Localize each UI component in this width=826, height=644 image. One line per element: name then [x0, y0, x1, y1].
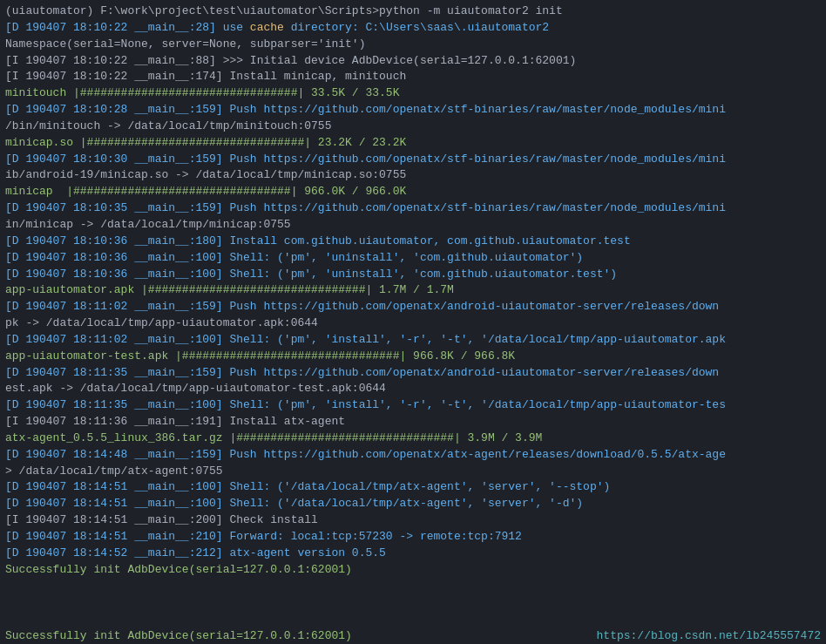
terminal-line: [D 190407 18:14:51 __main__:100] Shell: …	[5, 479, 821, 496]
terminal-line: [D 190407 18:14:48 __main__:159] Push ht…	[5, 447, 821, 464]
terminal-line: [D 190407 18:11:02 __main__:100] Shell: …	[5, 332, 821, 349]
terminal-line: minicap.so |############################…	[5, 135, 821, 152]
terminal-line: pk -> /data/local/tmp/app-uiautomator.ap…	[5, 315, 821, 332]
terminal-line: /bin/minitouch -> /data/local/tmp/minito…	[5, 119, 821, 135]
success-status: Successfully init AdbDevice(serial=127.0…	[5, 629, 352, 642]
terminal-line: [D 190407 18:10:22 __main__:28] use cach…	[5, 20, 821, 37]
terminal-line: minicap |###############################…	[5, 184, 821, 200]
terminal-line: [D 190407 18:11:35 __main__:100] Shell: …	[5, 397, 821, 414]
bottom-bar: Successfully init AdbDevice(serial=127.0…	[0, 627, 826, 644]
terminal-line: [D 190407 18:10:28 __main__:159] Push ht…	[5, 102, 821, 119]
terminal-line: [I 190407 18:10:22 __main__:174] Install…	[5, 69, 821, 85]
terminal-window: (uiautomator) F:\work\project\test\uiaut…	[0, 0, 826, 644]
terminal-line: [D 190407 18:11:35 __main__:159] Push ht…	[5, 365, 821, 382]
terminal-line: [D 190407 18:11:02 __main__:159] Push ht…	[5, 299, 821, 315]
terminal-line: > /data/local/tmp/atx-agent:0755	[5, 464, 821, 480]
terminal-line: [D 190407 18:10:36 __main__:180] Install…	[5, 234, 821, 250]
terminal-line: [D 190407 18:10:36 __main__:100] Shell: …	[5, 250, 821, 267]
terminal-line: [D 190407 18:10:36 __main__:100] Shell: …	[5, 267, 821, 283]
terminal-line: (uiautomator) F:\work\project\test\uiaut…	[5, 3, 821, 20]
terminal-line: [I 190407 18:11:36 __main__:191] Install…	[5, 414, 821, 430]
terminal-line: minitouch |#############################…	[5, 85, 821, 102]
terminal-line: atx-agent_0.5.5_linux_386.tar.gz |######…	[5, 430, 821, 447]
terminal-line: [D 190407 18:14:51 __main__:100] Shell: …	[5, 496, 821, 512]
terminal-line: app-uiautomator-test.apk |##############…	[5, 349, 821, 365]
terminal-line: [I 190407 18:10:22 __main__:88] >>> Init…	[5, 53, 821, 70]
terminal-line: [D 190407 18:14:52 __main__:212] atx-age…	[5, 546, 821, 562]
terminal-line: [D 190407 18:14:51 __main__:210] Forward…	[5, 529, 821, 546]
blog-link: https://blog.csdn.net/lb245557472	[597, 629, 821, 642]
terminal-line: in/minicap -> /data/local/tmp/minicap:07…	[5, 217, 821, 234]
terminal-line: ib/android-19/minicap.so -> /data/local/…	[5, 167, 821, 184]
terminal-line: [D 190407 18:10:30 __main__:159] Push ht…	[5, 152, 821, 168]
terminal-line: [D 190407 18:10:35 __main__:159] Push ht…	[5, 200, 821, 217]
terminal-line: Namespace(serial=None, server=None, subp…	[5, 37, 821, 53]
terminal-output: (uiautomator) F:\work\project\test\uiaut…	[5, 3, 821, 579]
terminal-line: app-uiautomator.apk |###################…	[5, 282, 821, 299]
terminal-line: est.apk -> /data/local/tmp/app-uiautomat…	[5, 381, 821, 397]
terminal-line: Successfully init AdbDevice(serial=127.0…	[5, 562, 821, 579]
terminal-line: [I 190407 18:14:51 __main__:200] Check i…	[5, 512, 821, 529]
